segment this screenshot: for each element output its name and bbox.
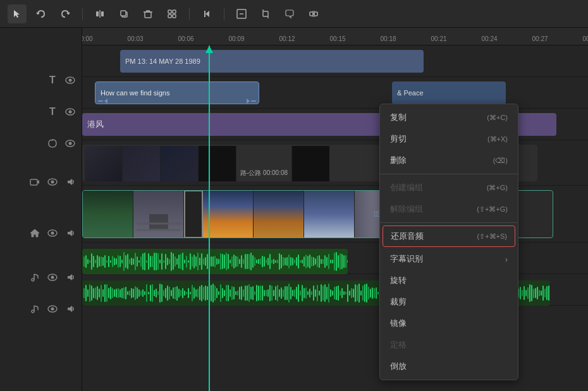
sep1 — [82, 8, 83, 20]
text-icon-1[interactable]: T — [46, 74, 59, 87]
text-clip-2[interactable]: How can we find signs — [95, 81, 259, 104]
ruler-mark-3: 00:09 — [228, 35, 244, 42]
menu-rotate-label: 旋转 — [390, 275, 407, 286]
svg-point-28 — [69, 111, 72, 114]
visibility-icon-4[interactable] — [46, 176, 59, 188]
visibility-icon-2[interactable] — [64, 105, 77, 118]
menu-freeze: 定格 — [380, 334, 518, 356]
ruler-mark-0: 00:00 — [82, 35, 93, 42]
time-ruler: 00:00 00:03 00:06 00:09 00:12 00:15 00:1… — [82, 28, 588, 45]
menu-delete-label: 删除 — [390, 155, 407, 166]
menu-delete[interactable]: 删除 (⌫) — [380, 150, 518, 171]
text-clip-2-label: How can we find signs — [101, 89, 169, 97]
menu-copy-shortcut: (⌘+C) — [487, 114, 508, 122]
text-icon-2[interactable]: T — [46, 105, 59, 118]
menu-crop[interactable]: 裁剪 — [380, 291, 518, 313]
visibility-icon-1[interactable] — [64, 74, 77, 87]
track-icons-audio2 — [0, 293, 82, 325]
menu-subtitle-label: 字幕识别 — [390, 253, 423, 265]
menu-cut-label: 剪切 — [390, 133, 407, 145]
svg-marker-35 — [30, 229, 39, 237]
menu-mirror-label: 镜像 — [390, 318, 407, 329]
menu-reverse[interactable]: 倒放 — [380, 356, 518, 377]
select-tool[interactable] — [8, 4, 27, 23]
text-clip-2-right[interactable]: & Peace — [392, 81, 506, 104]
menu-ungroup: 解除编组 (⇧+⌘+G) — [380, 198, 518, 220]
svg-point-34 — [51, 181, 54, 184]
ruler-mark-10: 00:30 — [582, 35, 588, 42]
visibility-icon-3[interactable] — [64, 137, 77, 150]
sticker-icon[interactable] — [46, 137, 59, 150]
group-tool[interactable] — [162, 4, 181, 23]
menu-create-group-label: 创建编组 — [390, 182, 423, 193]
camera-icon[interactable] — [28, 176, 41, 188]
menu-rotate[interactable]: 旋转 — [380, 270, 518, 291]
crop-tool[interactable] — [256, 4, 275, 23]
svg-rect-21 — [310, 12, 313, 16]
music-icon-2[interactable] — [28, 303, 41, 315]
visibility-icon-7[interactable] — [46, 303, 59, 315]
audio-icon-5[interactable] — [64, 227, 77, 239]
svg-rect-0 — [96, 11, 99, 16]
menu-copy[interactable]: 复制 (⌘+C) — [380, 107, 518, 128]
visibility-icon-5[interactable] — [46, 227, 59, 239]
text-clip-1-label: PM 13: 14 MAY 28 1989 — [125, 57, 200, 65]
svg-rect-12 — [168, 15, 171, 18]
music-icon-1[interactable] — [28, 271, 41, 284]
menu-delete-shortcut: (⌫) — [493, 157, 508, 165]
menu-restore-audio[interactable]: 还原音频 (⇧+⌘+S) — [383, 226, 515, 247]
track-icons-video-main — [0, 205, 82, 262]
text-clip-1[interactable]: PM 13: 14 MAY 28 1989 — [120, 50, 424, 73]
track-icons-text1: T — [0, 64, 82, 96]
toolbar — [0, 0, 588, 28]
audio-icon-7[interactable] — [64, 303, 77, 315]
svg-point-49 — [51, 308, 54, 311]
delete-tool[interactable] — [138, 4, 157, 23]
svg-rect-50 — [149, 214, 168, 230]
split-tool[interactable] — [90, 4, 109, 23]
menu-sep-1 — [380, 174, 518, 174]
to-start-tool[interactable] — [197, 4, 216, 23]
svg-rect-5 — [145, 12, 151, 18]
svg-rect-1 — [101, 11, 104, 16]
home-icon[interactable] — [28, 227, 41, 239]
ruler-mark-6: 00:18 — [380, 35, 396, 42]
svg-rect-18 — [263, 11, 268, 16]
menu-subtitle[interactable]: 字幕识别 › — [380, 248, 518, 270]
menu-subtitle-arrow: › — [505, 255, 508, 264]
replace-tool[interactable] — [280, 4, 299, 23]
undo-tool[interactable] — [32, 4, 51, 23]
text-track-1: PM 13: 14 MAY 28 1989 — [82, 45, 588, 77]
context-menu: 复制 (⌘+C) 剪切 (⌘+X) 删除 (⌫) 创建编组 (⌘+G) 解除编组… — [379, 104, 518, 380]
sep3 — [224, 8, 224, 20]
menu-cut[interactable]: 剪切 (⌘+X) — [380, 128, 518, 150]
text-clip-2-right-label: & Peace — [397, 89, 424, 97]
ruler-mark-7: 00:21 — [431, 35, 446, 42]
svg-rect-4 — [121, 11, 126, 16]
menu-create-group-shortcut: (⌘+G) — [487, 184, 508, 192]
copy-tool[interactable] — [114, 4, 133, 23]
svg-line-46 — [34, 306, 38, 307]
menu-ungroup-label: 解除编组 — [390, 203, 423, 215]
sep2 — [189, 8, 190, 20]
audio-icon-6[interactable] — [64, 271, 77, 284]
svg-point-43 — [51, 276, 54, 279]
menu-mirror[interactable]: 镜像 — [380, 313, 518, 334]
track-icons-panel: T T — [0, 28, 82, 391]
audio-icon-4[interactable] — [64, 176, 77, 188]
ruler-mark-1: 00:03 — [127, 35, 143, 42]
svg-line-40 — [34, 274, 38, 275]
menu-restore-audio-label: 还原音频 — [391, 231, 424, 242]
svg-rect-11 — [173, 10, 176, 13]
ruler-mark-9: 00:27 — [532, 35, 548, 42]
visibility-icon-6[interactable] — [46, 271, 59, 284]
redo-tool[interactable] — [56, 4, 75, 23]
menu-reverse-label: 倒放 — [390, 361, 407, 372]
timeline-main[interactable]: 00:00 00:03 00:06 00:09 00:12 00:15 00:1… — [82, 28, 588, 391]
svg-marker-14 — [205, 11, 209, 17]
flip-tool[interactable] — [304, 4, 323, 23]
svg-rect-22 — [314, 12, 317, 16]
svg-rect-31 — [30, 179, 37, 185]
track-icons-audio1 — [0, 262, 82, 293]
expand-tool[interactable] — [232, 4, 251, 23]
